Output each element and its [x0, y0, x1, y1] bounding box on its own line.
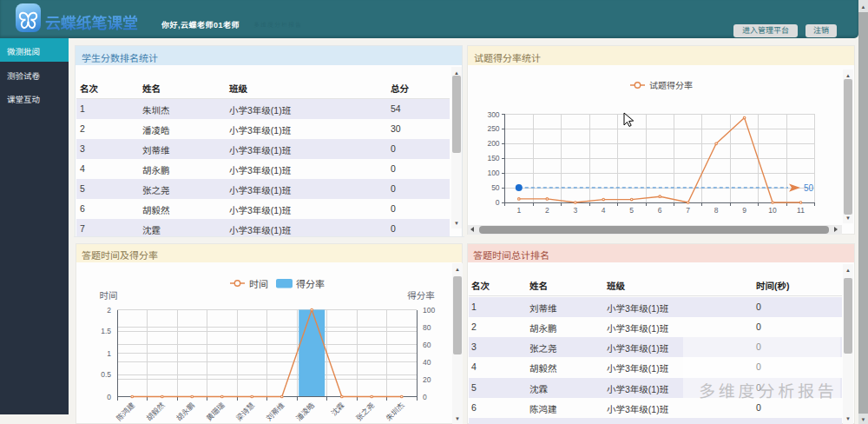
- svg-text:4: 4: [602, 206, 606, 215]
- svg-text:1: 1: [516, 206, 521, 215]
- svg-text:80: 80: [423, 323, 431, 332]
- svg-text:得分率: 得分率: [407, 290, 435, 301]
- svg-text:300: 300: [487, 110, 499, 119]
- svg-text:得分率: 得分率: [296, 279, 325, 289]
- svg-text:250: 250: [487, 124, 499, 133]
- svg-text:40: 40: [423, 358, 431, 367]
- svg-text:1: 1: [107, 349, 111, 358]
- svg-text:5: 5: [629, 206, 634, 215]
- svg-text:0: 0: [423, 393, 427, 401]
- svg-text:6: 6: [658, 206, 662, 215]
- svg-text:张之尧: 张之尧: [354, 401, 376, 422]
- svg-text:朱圳杰: 朱圳杰: [385, 401, 406, 422]
- svg-text:沈霖: 沈霖: [330, 401, 346, 417]
- svg-text:100: 100: [487, 169, 499, 177]
- svg-text:潘凌皓: 潘凌皓: [294, 401, 316, 422]
- svg-text:0: 0: [496, 198, 500, 207]
- svg-text:时间: 时间: [100, 290, 118, 301]
- svg-text:10: 10: [768, 206, 777, 215]
- svg-text:时间: 时间: [249, 279, 268, 289]
- svg-text:1.5: 1.5: [101, 327, 111, 335]
- svg-text:胡毅然: 胡毅然: [145, 401, 167, 422]
- svg-text:刘蒂维: 刘蒂维: [265, 401, 286, 422]
- svg-text:试题得分率: 试题得分率: [649, 81, 693, 90]
- svg-text:7: 7: [686, 206, 690, 215]
- svg-text:11: 11: [797, 206, 805, 215]
- svg-text:20: 20: [423, 375, 431, 384]
- svg-text:50: 50: [491, 183, 500, 192]
- svg-text:胡永鹏: 胡永鹏: [174, 401, 196, 422]
- svg-text:3: 3: [573, 206, 577, 215]
- svg-text:黄珊瑞: 黄珊瑞: [205, 401, 227, 422]
- svg-text:150: 150: [487, 154, 499, 162]
- svg-text:8: 8: [714, 206, 719, 215]
- svg-text:梁诗慧: 梁诗慧: [234, 401, 256, 422]
- svg-text:2: 2: [545, 206, 549, 215]
- svg-text:9: 9: [742, 206, 746, 215]
- svg-text:100: 100: [423, 306, 435, 315]
- svg-text:60: 60: [423, 341, 431, 349]
- svg-text:0.5: 0.5: [101, 370, 111, 379]
- svg-text:2: 2: [107, 306, 111, 315]
- svg-text:200: 200: [487, 139, 499, 148]
- svg-text:0: 0: [107, 393, 111, 401]
- svg-text:陈鸿建: 陈鸿建: [115, 401, 136, 422]
- svg-text:50: 50: [804, 183, 814, 193]
